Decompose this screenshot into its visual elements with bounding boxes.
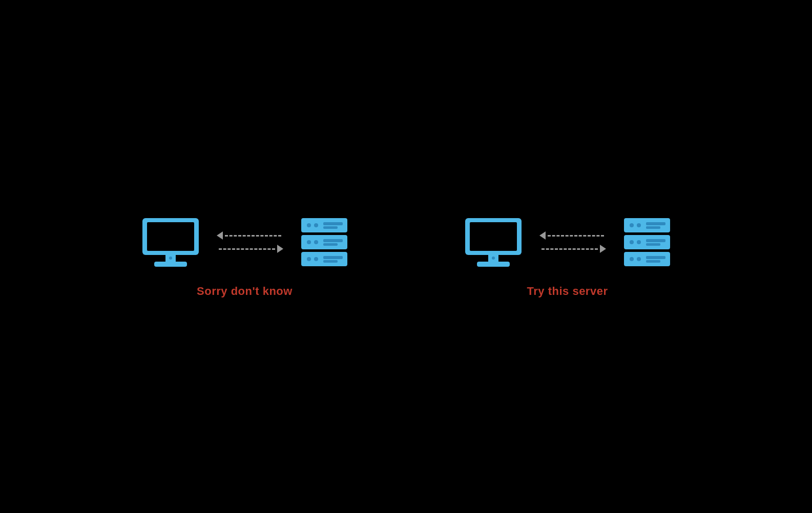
svg-point-16 bbox=[307, 257, 311, 261]
svg-rect-29 bbox=[646, 226, 660, 229]
svg-point-17 bbox=[314, 257, 318, 261]
svg-rect-38 bbox=[646, 256, 665, 259]
svg-point-32 bbox=[637, 240, 641, 244]
server-icon-left bbox=[299, 216, 350, 269]
svg-point-31 bbox=[630, 240, 634, 244]
svg-point-6 bbox=[307, 223, 311, 227]
svg-rect-3 bbox=[154, 262, 187, 267]
svg-rect-13 bbox=[323, 239, 343, 242]
svg-rect-9 bbox=[323, 226, 338, 229]
svg-point-12 bbox=[314, 240, 318, 244]
monitor-icon-left bbox=[140, 216, 201, 269]
arrowhead-right-right bbox=[600, 245, 606, 253]
svg-rect-39 bbox=[646, 260, 660, 263]
arrow-back-right bbox=[539, 231, 606, 240]
arrowhead-right-forward bbox=[277, 245, 283, 253]
arrows-right bbox=[539, 231, 606, 253]
main-scene: Sorry don't know bbox=[140, 216, 673, 298]
label-left: Sorry don't know bbox=[197, 285, 293, 298]
server-icon-right bbox=[621, 216, 673, 269]
svg-rect-8 bbox=[323, 222, 343, 225]
diagram-left: Sorry don't know bbox=[140, 216, 350, 298]
dashed-line-forward-left bbox=[219, 248, 275, 250]
svg-point-4 bbox=[169, 256, 172, 260]
svg-point-7 bbox=[314, 223, 318, 227]
svg-rect-33 bbox=[646, 239, 665, 242]
arrowhead-left-right bbox=[539, 231, 546, 240]
arrow-back-left bbox=[217, 231, 283, 240]
diagram-right: Try this server bbox=[463, 216, 673, 298]
dashed-line-forward-right bbox=[542, 248, 598, 250]
diagram-right-row bbox=[463, 216, 673, 269]
arrows-left bbox=[217, 231, 283, 253]
svg-point-24 bbox=[492, 256, 495, 260]
label-right: Try this server bbox=[527, 285, 608, 298]
arrow-forward-right bbox=[539, 245, 606, 253]
svg-rect-1 bbox=[147, 222, 194, 251]
arrowhead-left-back bbox=[217, 231, 223, 240]
svg-point-36 bbox=[630, 257, 634, 261]
monitor-icon-right bbox=[463, 216, 524, 269]
svg-rect-19 bbox=[323, 260, 338, 263]
svg-point-27 bbox=[637, 223, 641, 227]
svg-point-37 bbox=[637, 257, 641, 261]
svg-rect-18 bbox=[323, 256, 343, 259]
arrow-forward-left bbox=[217, 245, 283, 253]
svg-rect-23 bbox=[477, 262, 510, 267]
svg-rect-14 bbox=[323, 243, 338, 246]
svg-rect-21 bbox=[470, 222, 517, 251]
dashed-line-back-right bbox=[548, 235, 604, 237]
svg-point-11 bbox=[307, 240, 311, 244]
diagram-left-row bbox=[140, 216, 350, 269]
svg-point-26 bbox=[630, 223, 634, 227]
dashed-line-back-left bbox=[225, 235, 281, 237]
svg-rect-28 bbox=[646, 222, 665, 225]
svg-rect-34 bbox=[646, 243, 660, 246]
